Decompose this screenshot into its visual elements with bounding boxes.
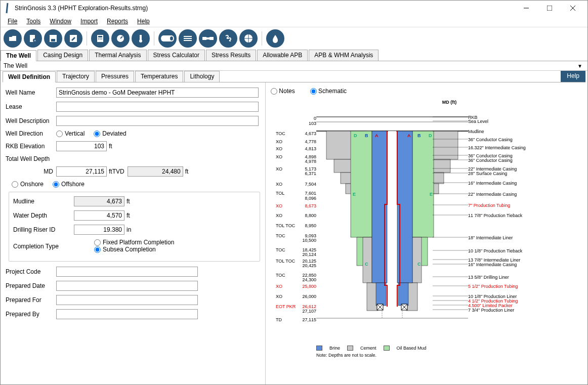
rkb-input[interactable] — [56, 141, 107, 151]
well-name-input[interactable] — [56, 88, 259, 98]
connector-icon[interactable] — [199, 29, 217, 48]
prepared-date-input[interactable] — [56, 281, 198, 291]
tab-apb-whm[interactable]: APB & WHM Analysis — [309, 50, 379, 61]
lease-label: Lease — [6, 103, 56, 110]
svg-rect-53 — [376, 283, 386, 306]
string-icon[interactable] — [179, 29, 197, 48]
depth-label: XO4,778 — [271, 139, 316, 144]
close-button[interactable] — [561, 1, 584, 16]
completion-label: Completion Type — [13, 239, 94, 250]
depth-label: 20,425 — [271, 263, 316, 268]
component-label: 16" Intermediate Casing — [468, 181, 554, 186]
depth-label: 20,124 — [271, 252, 316, 257]
svg-rect-25 — [184, 40, 192, 41]
svg-rect-48 — [412, 237, 422, 283]
gauge-icon[interactable] — [111, 29, 130, 48]
subtab-well-def[interactable]: Well Definition — [3, 71, 56, 82]
titlebar: StrinGnosis 3.3 (HPHT Exploration-Result… — [1, 1, 587, 16]
menubar: File Tools Window Import Reports Help — [1, 16, 587, 27]
md-input[interactable] — [56, 166, 107, 177]
md-label: MD — [6, 168, 56, 175]
menu-reports[interactable]: Reports — [103, 17, 132, 26]
subtab-lithology[interactable]: Lithology — [184, 71, 220, 82]
main-tabs: The Well Casing Design Thermal Analysis … — [1, 50, 587, 61]
menu-import[interactable]: Import — [76, 17, 102, 26]
svg-text:E: E — [430, 192, 433, 197]
project-code-label: Project Code — [6, 268, 56, 275]
prepared-date-label: Prepared Date — [6, 282, 56, 289]
component-label: 16.322" Intermediate Casing — [468, 145, 554, 150]
subtab-pressures[interactable]: Pressures — [96, 71, 134, 82]
depth-label: XO7,504 — [271, 182, 316, 187]
depth-label: TD27,115 — [271, 317, 316, 322]
schematic-note: Note: Depths are not to scale. — [271, 353, 582, 358]
radio-subsea-completion[interactable]: Subsea Completion — [94, 246, 174, 253]
svg-rect-43 — [351, 131, 372, 237]
tab-apb[interactable]: Allowable APB — [257, 50, 308, 61]
prepared-for-label: Prepared For — [6, 296, 56, 304]
edit-icon[interactable] — [64, 29, 82, 48]
radio-fixed-completion[interactable]: Fixed Platform Completion — [94, 239, 174, 246]
subtab-trajectory[interactable]: Trajectory — [57, 71, 95, 82]
radio-notes[interactable]: Notes — [271, 88, 295, 95]
spring-icon[interactable] — [219, 29, 237, 48]
schematic-svg: DD BB AA EE CC — [316, 106, 468, 323]
new-icon[interactable]: + — [24, 29, 42, 48]
riser-input[interactable] — [74, 225, 124, 235]
tab-stress-results[interactable]: Stress Results — [206, 50, 256, 61]
component-label: Mudline — [468, 129, 554, 134]
minimize-button[interactable] — [515, 1, 538, 16]
component-label: 16" Intermediate Casing — [468, 262, 554, 267]
grid-icon[interactable] — [239, 29, 258, 48]
depth-label: TOC4,673 — [271, 131, 316, 136]
casing-icon[interactable] — [158, 29, 177, 48]
radio-offshore[interactable]: Offshore — [53, 181, 85, 188]
tab-casing-design[interactable]: Casing Design — [37, 50, 88, 61]
desc-label: Well Description — [6, 117, 56, 124]
help-button[interactable]: Help — [561, 71, 585, 82]
prepared-by-input[interactable] — [56, 309, 198, 319]
drop-icon[interactable] — [266, 29, 284, 48]
menu-file[interactable]: File — [4, 17, 21, 26]
toolbar: + — [1, 27, 587, 50]
temp-icon[interactable] — [132, 29, 150, 48]
calc-icon[interactable] — [91, 29, 109, 48]
svg-text:E: E — [353, 192, 356, 197]
panel-dropdown[interactable]: ▼ — [575, 63, 584, 69]
tab-thermal[interactable]: Thermal Analysis — [89, 50, 146, 61]
depth-label: XO8,800 — [271, 213, 316, 218]
radio-onshore[interactable]: Onshore — [12, 181, 44, 188]
radio-schematic[interactable]: Schematic — [310, 88, 347, 95]
desc-input[interactable] — [56, 116, 259, 126]
radio-deviated[interactable]: Deviated — [94, 130, 126, 137]
waterdepth-label: Water Depth — [13, 212, 74, 219]
tab-the-well[interactable]: The Well — [1, 50, 36, 61]
maximize-button[interactable] — [538, 1, 561, 16]
waterdepth-unit: ft — [127, 212, 130, 219]
svg-rect-28 — [206, 37, 209, 39]
save-icon[interactable] — [44, 29, 62, 48]
radio-vertical[interactable]: Vertical — [56, 130, 85, 137]
prepared-for-input[interactable] — [56, 295, 198, 305]
tab-stress-calc[interactable]: Stress Calculator — [148, 50, 205, 61]
rkb-unit: ft — [109, 143, 112, 150]
schematic-header: MD (ft) — [271, 100, 582, 105]
svg-point-13 — [100, 38, 101, 39]
svg-rect-44 — [412, 131, 434, 237]
menu-help[interactable]: Help — [133, 17, 154, 26]
open-icon[interactable] — [4, 29, 22, 48]
svg-rect-1 — [547, 6, 552, 11]
svg-text:B: B — [417, 133, 421, 138]
svg-rect-54 — [398, 283, 408, 306]
menu-tools[interactable]: Tools — [22, 17, 45, 26]
riser-label: Drilling Riser ID — [13, 226, 74, 233]
depth-label: XO26,000 — [271, 294, 316, 299]
subtab-temperatures[interactable]: Temperatures — [135, 71, 183, 82]
menu-window[interactable]: Window — [46, 17, 75, 26]
project-code-input[interactable] — [56, 267, 198, 277]
lease-input[interactable] — [56, 102, 259, 112]
depth-label: TOL7,601 — [271, 191, 316, 196]
waterdepth-input[interactable] — [74, 210, 124, 221]
svg-point-18 — [139, 39, 142, 42]
rkb-label: RKB Elevation — [6, 143, 56, 150]
